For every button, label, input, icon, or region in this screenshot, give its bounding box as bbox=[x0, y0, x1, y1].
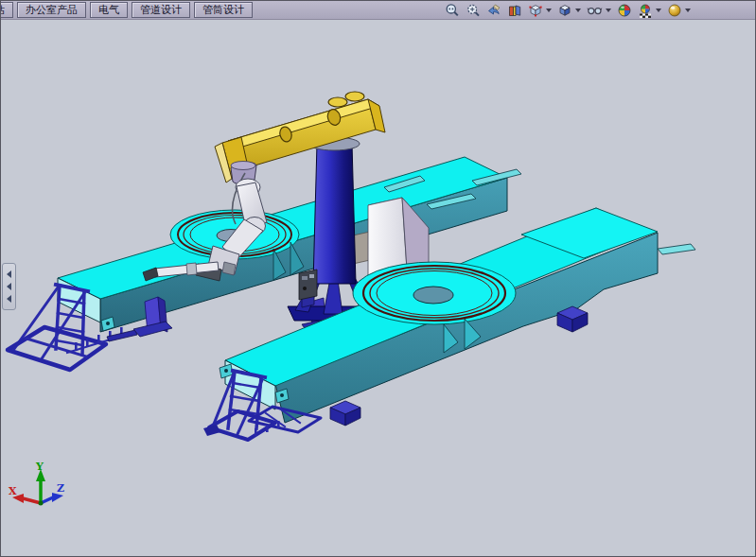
previous-view-icon bbox=[486, 3, 501, 18]
zoom-to-area-icon bbox=[466, 3, 481, 18]
command-tabs: 估 办公室产品 电气 管道设计 管筒设计 bbox=[1, 1, 256, 19]
heads-up-view-toolbar bbox=[443, 2, 755, 18]
control-box[interactable] bbox=[299, 270, 317, 307]
zoom-to-fit-button[interactable] bbox=[443, 2, 462, 18]
view-settings-dropdown bbox=[685, 9, 691, 12]
tab-piping-design[interactable]: 管道设计 bbox=[132, 2, 190, 18]
apply-scene-dropdown bbox=[656, 9, 661, 12]
hide-show-items-button[interactable] bbox=[585, 2, 613, 18]
section-view-icon bbox=[507, 3, 522, 18]
triad-y-label: Y bbox=[35, 461, 44, 473]
tab-tubing-design[interactable]: 管筒设计 bbox=[194, 2, 253, 18]
edit-appearance-icon bbox=[617, 3, 632, 18]
command-tab-bar: 估 办公室产品 电气 管道设计 管筒设计 bbox=[1, 1, 755, 20]
panel-expander-button[interactable] bbox=[2, 263, 16, 310]
cad-window: 估 办公室产品 电气 管道设计 管筒设计 bbox=[0, 0, 756, 557]
zoom-to-area-button[interactable] bbox=[464, 2, 483, 18]
triad-x-label: X bbox=[9, 485, 17, 497]
view-orientation-button[interactable] bbox=[526, 2, 554, 18]
zoom-to-fit-icon bbox=[445, 3, 460, 18]
view-settings-button[interactable] bbox=[665, 2, 693, 18]
view-settings-icon bbox=[667, 3, 682, 18]
apply-scene-icon bbox=[638, 3, 653, 18]
previous-view-button[interactable] bbox=[484, 2, 503, 18]
hide-show-items-dropdown bbox=[606, 9, 611, 12]
view-orientation-dropdown bbox=[546, 9, 552, 12]
display-style-icon bbox=[557, 3, 572, 18]
tab-electrical[interactable]: 电气 bbox=[90, 2, 128, 18]
graphics-viewport[interactable]: Y X Z bbox=[1, 19, 756, 557]
display-style-button[interactable] bbox=[555, 2, 583, 18]
expand-left-icon bbox=[7, 295, 11, 303]
model-canvas[interactable]: Y X Z bbox=[1, 19, 756, 557]
display-style-dropdown bbox=[575, 9, 581, 12]
tab-evaluate-partial[interactable]: 估 bbox=[1, 2, 13, 18]
apply-scene-button[interactable] bbox=[636, 2, 663, 18]
hide-show-items-icon bbox=[587, 3, 603, 18]
tab-office-products[interactable]: 办公室产品 bbox=[17, 2, 86, 18]
expand-left-icon bbox=[7, 283, 11, 290]
edit-appearance-button[interactable] bbox=[615, 2, 634, 18]
expand-left-icon bbox=[7, 270, 11, 278]
triad-z-label: Z bbox=[57, 482, 64, 495]
view-orientation-icon bbox=[528, 3, 543, 18]
reference-triad: Y X Z bbox=[9, 461, 64, 506]
section-view-button[interactable] bbox=[505, 2, 524, 18]
